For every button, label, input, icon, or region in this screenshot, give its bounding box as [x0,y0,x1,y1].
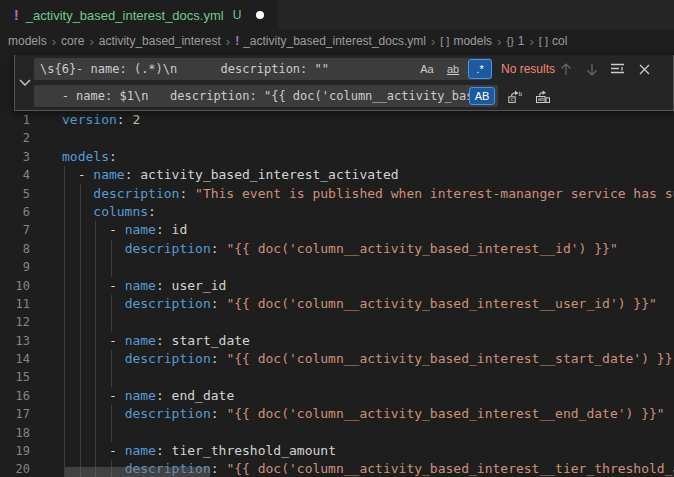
regex-button[interactable]: .* [468,59,492,79]
breadcrumb-separator-icon: › [52,34,56,49]
tab-bar: ! _activity_based_interest_docs.yml U [0,0,674,30]
breadcrumb-label: activity_based_interest [99,34,221,48]
code-line[interactable]: 14 description: "{{ doc('column__activit… [0,350,674,368]
code-line-content: - name: end_date [62,387,234,405]
toggle-replace-chevron-icon[interactable] [17,75,33,91]
breadcrumb-item[interactable]: activity_based_interest [99,34,221,48]
line-number: 12 [0,313,30,331]
line-number: 20 [0,460,30,477]
code-line-content: models: [62,148,117,166]
breadcrumb-separator-icon: › [530,34,534,49]
code-line[interactable]: 10 - name: user_id [0,277,674,295]
code-line-content: version: 2 [62,111,140,129]
breadcrumb-label: models [453,34,492,48]
vscode-window: ! _activity_based_interest_docs.yml U mo… [0,0,674,477]
code-line-content: description: "{{ doc('column__activity_b… [62,240,618,258]
code-line-content: description: "This event is published wh… [62,185,674,203]
line-number: 5 [0,185,30,203]
svg-text:b: b [519,90,523,97]
preserve-case-button[interactable]: AB [469,87,495,105]
breadcrumb-item[interactable]: models [8,34,47,48]
code-line[interactable]: 15 [0,368,674,386]
line-number: 15 [0,368,30,386]
replace-input[interactable] [34,85,498,107]
replace-all-button[interactable]: ab [532,85,554,107]
line-number: 18 [0,424,30,442]
tab-active-yml-file[interactable]: ! _activity_based_interest_docs.yml U [0,0,278,30]
breadcrumb-item[interactable]: core [61,34,84,48]
previous-match-button[interactable] [555,58,577,80]
symbol-array-icon: [ ] [440,35,449,47]
code-line[interactable]: 13 - name: start_date [0,332,674,350]
symbol-array-icon: [ ] [539,35,548,47]
breadcrumb-separator-icon: › [431,34,435,49]
breadcrumb-item[interactable]: !_activity_based_interest_docs.yml [235,34,426,48]
horizontal-scrollbar-thumb[interactable] [65,467,210,477]
line-number: 16 [0,387,30,405]
breadcrumb-item[interactable]: {}1 [506,34,524,48]
editor-area[interactable]: 1version: 223models:4 - name: activity_b… [0,52,674,477]
close-icon[interactable] [633,58,655,80]
match-case-button[interactable]: Aa [416,60,438,78]
yaml-file-icon: ! [235,34,239,48]
line-number: 8 [0,240,30,258]
line-number: 3 [0,148,30,166]
code-line[interactable]: 16 - name: end_date [0,387,674,405]
line-number: 9 [0,258,30,276]
code-line-content: - name: start_date [62,332,250,350]
breadcrumb-label: _activity_based_interest_docs.yml [243,34,426,48]
breadcrumb-separator-icon: › [89,34,93,49]
svg-text:ab: ab [538,96,545,102]
line-number: 2 [0,129,30,147]
line-number: 19 [0,442,30,460]
code-line-content: description: "{{ doc('column__activity_b… [62,405,665,423]
code-area[interactable]: 1version: 223models:4 - name: activity_b… [0,111,674,477]
code-line[interactable]: 3models: [0,148,674,166]
breadcrumb-item[interactable]: [ ]col [539,34,568,48]
code-line[interactable]: 11 description: "{{ doc('column__activit… [0,295,674,313]
code-line[interactable]: 9 [0,258,674,276]
breadcrumb-label: 1 [518,34,525,48]
breadcrumb-label: core [61,34,84,48]
code-line-content: columns: [62,203,156,221]
breadcrumb-item[interactable]: [ ]models [440,34,492,48]
breadcrumb-label: models [8,34,47,48]
find-results-status: No results [501,55,555,83]
dirty-indicator-dot[interactable] [256,11,264,19]
breadcrumb-separator-icon: › [226,34,230,49]
replace-button[interactable]: c b [504,85,526,107]
line-number: 4 [0,166,30,184]
code-line-content: - name: tier_threshold_amount [62,442,336,460]
tab-filename: _activity_based_interest_docs.yml [26,8,224,23]
code-line-content: description: "{{ doc('column__activity_b… [62,295,657,313]
breadcrumb-separator-icon: › [497,34,501,49]
line-number: 17 [0,405,30,423]
line-number: 1 [0,111,30,129]
next-match-button[interactable] [581,58,603,80]
code-line[interactable]: 2 [0,129,674,147]
code-line[interactable]: 17 description: "{{ doc('column__activit… [0,405,674,423]
code-line[interactable]: 18 [0,424,674,442]
git-status-badge: U [233,8,242,22]
code-line[interactable]: 1version: 2 [0,111,674,129]
line-number: 7 [0,221,30,239]
code-line[interactable]: 12 [0,313,674,331]
code-line-content: description: "{{ doc('column__activity_b… [62,350,674,368]
breadcrumb: models›core›activity_based_interest›!_ac… [0,30,674,52]
code-line[interactable]: 6 columns: [0,203,674,221]
code-line[interactable]: 19 - name: tier_threshold_amount [0,442,674,460]
code-line[interactable]: 8 description: "{{ doc('column__activity… [0,240,674,258]
symbol-object-icon: {} [506,35,513,47]
code-line-content: - name: id [62,221,187,239]
code-line[interactable]: 4 - name: activity_based_interest_activa… [0,166,674,184]
code-line[interactable]: 7 - name: id [0,221,674,239]
find-in-selection-button[interactable] [607,58,629,80]
code-line-content: - name: user_id [62,277,226,295]
whole-word-button[interactable]: ab [442,60,464,78]
code-line[interactable]: 5 description: "This event is published … [0,185,674,203]
line-number: 13 [0,332,30,350]
line-number: 6 [0,203,30,221]
line-number: 10 [0,277,30,295]
line-number: 11 [0,295,30,313]
yaml-file-icon: ! [14,7,19,23]
